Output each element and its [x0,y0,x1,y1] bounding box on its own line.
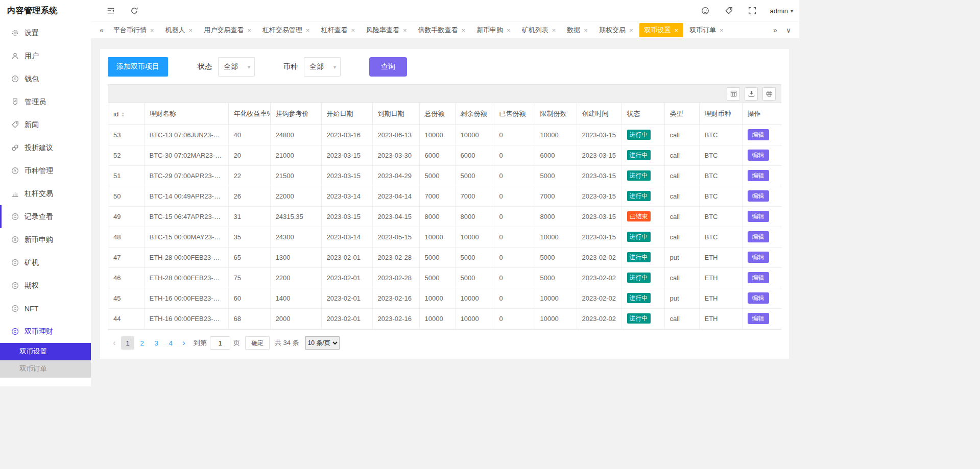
tab-close-icon[interactable]: × [351,27,355,34]
c-circle-icon [11,328,19,335]
column-header[interactable]: id▲▼ [108,103,144,125]
cell-remain: 6000 [455,145,494,166]
export-button[interactable] [745,87,758,101]
sidebar-subitem-dual-orders[interactable]: 双币订单 [0,360,91,378]
tab-dual-settings[interactable]: 双币设置× [639,23,684,37]
sidebar-item-coin-manage[interactable]: 币种管理 [0,159,91,182]
edit-button[interactable]: 编辑 [748,292,769,304]
edit-button[interactable]: 编辑 [748,170,769,181]
page-number-button[interactable]: 1 [121,336,134,350]
page-number-button[interactable]: 3 [150,336,163,350]
coin-select[interactable]: 全部 ▾ [304,57,341,77]
tab-close-icon[interactable]: × [403,27,407,34]
tab-close-icon[interactable]: × [552,27,556,34]
page-size-select[interactable]: 10 条/页 [305,336,340,350]
refresh-icon[interactable] [123,7,146,15]
cell-remain: 10000 [455,125,494,145]
sidebar-item-options[interactable]: 期权 [0,274,91,297]
cell-name: ETH-16 00:00FEB23-2000-C [144,309,228,329]
cell-sold: 0 [494,288,535,309]
column-header: 类型 [664,103,699,125]
cell-remain: 10000 [455,288,494,309]
edit-button[interactable]: 编辑 [748,252,769,263]
tab-risk-rate-view[interactable]: 风险率查看× [361,23,412,37]
tab-miner-list[interactable]: 矿机列表× [517,23,561,37]
search-button[interactable]: 查询 [369,57,407,77]
print-button[interactable] [762,87,776,101]
edit-button[interactable]: 编辑 [748,313,769,324]
sidebar-item-admins[interactable]: 管理员 [0,90,91,113]
edit-button[interactable]: 编辑 [748,190,769,202]
tag-icon[interactable] [717,7,740,15]
tab-close-icon[interactable]: × [507,27,511,34]
sidebar-item-dual-finance[interactable]: 双币理财 [0,320,91,343]
sort-icons[interactable]: ▲▼ [121,112,125,117]
sidebar-item-miner[interactable]: 矿机 [0,251,91,274]
sidebar-subitem-dual-settings[interactable]: 双币设置 [0,343,91,360]
tab-close-icon[interactable]: × [462,27,466,34]
status-badge: 进行中 [627,191,651,201]
tab-close-icon[interactable]: × [584,27,588,34]
c-circle-icon [11,213,19,220]
edit-button[interactable]: 编辑 [748,129,769,140]
sidebar-item-leverage-trade[interactable]: 杠杆交易 [0,182,91,205]
edit-button[interactable]: 编辑 [748,272,769,283]
tab-multiple-lots-view[interactable]: 倍数手数查看× [413,23,471,37]
tab-user-trade-view[interactable]: 用户交易查看× [199,23,256,37]
tabs-scroll-left-icon[interactable]: « [95,26,108,34]
sidebar-item-record-view[interactable]: 记录查看 [0,205,91,228]
tab-platform-coin-market[interactable]: 平台币行情× [108,23,159,37]
sidebar-item-new-coin-subscribe[interactable]: 新币申购 [0,228,91,251]
next-page-button[interactable]: › [177,336,190,350]
edit-button[interactable]: 编辑 [748,231,769,242]
confirm-button[interactable]: 确定 [245,336,270,350]
tab-close-icon[interactable]: × [720,27,724,34]
prev-page-button[interactable]: ‹ [108,336,121,350]
sidebar-item-settings[interactable]: 设置 [0,21,91,44]
page-number-button[interactable]: 4 [164,336,177,350]
user-menu[interactable]: admin ▾ [770,7,793,15]
tab-close-icon[interactable]: × [675,27,679,34]
page-number-button[interactable]: 2 [135,336,149,350]
sidebar-item-nft[interactable]: NFT [0,297,91,320]
sidebar-item-news[interactable]: 新闻 [0,113,91,136]
add-dual-project-button[interactable]: 添加双币项目 [108,57,168,77]
sidebar-item-users[interactable]: 用户 [0,44,91,67]
tab-label: 矿机列表 [522,26,548,35]
tabs-scroll-right-icon[interactable]: » [769,26,782,34]
cell-id: 50 [108,186,144,207]
fullscreen-icon[interactable] [740,7,764,15]
column-header-label: 到期日期 [378,110,404,117]
tab-leverage-trade-manage[interactable]: 杠杆交易管理× [257,23,315,37]
sidebar-item-wallet[interactable]: 钱包 [0,67,91,90]
tab-robot[interactable]: 机器人× [160,23,198,37]
tab-data[interactable]: 数据× [562,23,593,37]
edit-button[interactable]: 编辑 [748,211,769,222]
collapse-menu-icon[interactable] [99,7,123,15]
tab-close-icon[interactable]: × [247,27,251,34]
column-header-label: 操作 [748,110,761,117]
tab-close-icon[interactable]: × [150,27,154,34]
cell-price: 2000 [270,309,321,329]
sidebar-item-label: 新闻 [25,120,39,130]
columns-filter-button[interactable] [727,87,740,101]
content-area: 添加双币项目 状态 全部 ▾ 币种 全部 ▾ [91,39,799,386]
tab-leverage-view[interactable]: 杠杆查看× [316,23,360,37]
tab-option-trade[interactable]: 期权交易× [594,23,638,37]
cell-sold: 0 [494,186,535,207]
tab-new-coin-subscribe[interactable]: 新币申购× [471,23,516,37]
edit-button[interactable]: 编辑 [748,150,769,161]
goto-page-input[interactable] [210,336,230,350]
tab-close-icon[interactable]: × [189,27,193,34]
tabs-menu-icon[interactable]: ∨ [782,26,795,34]
status-select[interactable]: 全部 ▾ [218,57,255,77]
cell-coin: BTC [699,207,742,227]
column-header: 年化收益率% [228,103,270,125]
tab-dual-orders[interactable]: 双币订单× [684,23,729,37]
theme-icon[interactable] [694,7,717,15]
sidebar-item-invest-advice[interactable]: 投折建议 [0,136,91,159]
sidebar-menu: 设置用户钱包管理员新闻投折建议币种管理杠杆交易记录查看新币申购矿机期权NFT双币… [0,21,91,378]
caret-down-icon: ▼ [121,114,125,117]
tab-close-icon[interactable]: × [306,27,310,34]
tab-close-icon[interactable]: × [629,27,633,34]
